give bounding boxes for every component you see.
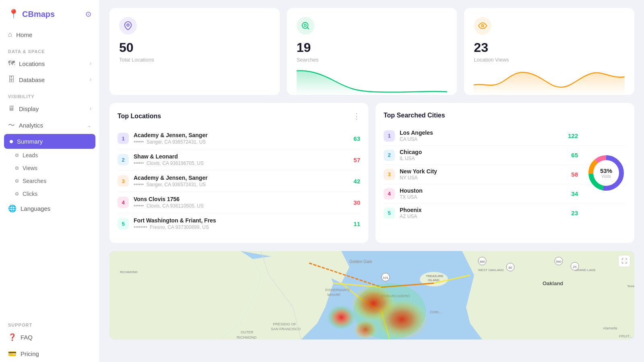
rank-badge-1: 1: [118, 133, 129, 144]
location-addr-2: •••••• Clovis, CA 936196705, US: [134, 160, 349, 166]
city-info-2: Chicago IL USA: [400, 149, 566, 161]
city-sub-1: CA USA: [400, 136, 563, 142]
sidebar-item-locations[interactable]: 🗺 Locations ›: [0, 56, 99, 72]
donut-chart: 53% Visits: [586, 153, 626, 193]
city-count-5: 23: [571, 210, 626, 216]
svg-text:TREASURE: TREASURE: [426, 274, 444, 278]
views-dot: [15, 167, 19, 170]
cities-title: Top Searched Cities: [384, 112, 445, 119]
top-locations-header: Top Locations ⋮: [118, 112, 360, 121]
top-locations-title: Top Locations: [118, 113, 161, 120]
display-icon: 🖥: [8, 105, 15, 113]
svg-point-3: [482, 25, 484, 27]
sidebar-item-languages[interactable]: 🌐 Languages: [0, 200, 99, 217]
locations-label: Locations: [19, 60, 45, 67]
leads-dot: [15, 154, 19, 157]
searches-label: Searches: [297, 57, 448, 63]
city-info-1: Los Angeles CA USA: [400, 130, 563, 142]
sidebar-item-display[interactable]: 🖥 Display ›: [0, 101, 99, 117]
clicks-dot: [15, 192, 19, 195]
sidebar-item-searches[interactable]: Searches: [0, 175, 99, 187]
city-rank-1: 1: [384, 130, 395, 142]
analytics-icon: 〜: [8, 121, 15, 130]
svg-text:WHARF: WHARF: [327, 293, 341, 297]
city-sub-3: NY USA: [400, 175, 566, 181]
city-name-1: Los Angeles: [400, 130, 563, 136]
settings-icon[interactable]: ⊙: [85, 10, 91, 19]
sidebar-item-faq[interactable]: ❓ FAQ: [0, 329, 99, 346]
location-count-4: 30: [353, 199, 360, 206]
sidebar-item-database[interactable]: 🗄 Database ›: [0, 72, 99, 88]
svg-text:FISHERMAN'S: FISHERMAN'S: [325, 288, 350, 292]
total-locations-card: 50 Total Locations: [109, 8, 280, 95]
locations-stat-icon: [119, 17, 137, 35]
main-content: 50 Total Locations 19 Searches: [100, 0, 644, 362]
analytics-arrow: ⌄: [87, 123, 91, 128]
section-data-space: DATA & SPACE: [0, 43, 99, 56]
views-chart: [474, 67, 625, 95]
sidebar-item-views[interactable]: Views: [0, 162, 99, 175]
summary-dot: [10, 140, 13, 143]
location-views-label: Location Views: [474, 57, 625, 63]
city-name-3: New York City: [400, 168, 566, 175]
database-icon: 🗄: [8, 76, 15, 84]
location-name-2: Shaw & Leonard: [134, 153, 349, 160]
map-expand-button[interactable]: ⛶: [618, 255, 630, 267]
searches-label: Searches: [23, 178, 46, 184]
top-locations-menu[interactable]: ⋮: [353, 112, 360, 121]
location-addr-5: •••••••• Fresno, CA 937300699, US: [134, 224, 349, 230]
middle-row: Top Locations ⋮ 1 Academy & Jensen, Sang…: [109, 103, 634, 243]
sidebar-item-summary[interactable]: Summary: [4, 134, 95, 149]
city-info-3: New York City NY USA: [400, 168, 566, 181]
logo-pin-icon: 📍: [8, 9, 19, 19]
analytics-label: Analytics: [19, 122, 43, 129]
location-count-3: 42: [353, 178, 360, 185]
map-card: Golden Gate FISHERMAN'S WHARF TREASURE I…: [109, 251, 634, 339]
sidebar-item-leads[interactable]: Leads: [0, 149, 99, 162]
views-stat-icon: [474, 17, 491, 35]
svg-text:101: 101: [383, 276, 388, 280]
pricing-label: Pricing: [21, 350, 39, 357]
location-views-card: 23 Location Views: [464, 8, 634, 95]
home-label: Home: [16, 31, 32, 38]
location-name-3: Academy & Jensen, Sanger: [134, 175, 349, 181]
pricing-icon: 💳: [8, 350, 17, 358]
languages-label: Languages: [21, 205, 50, 212]
location-count-1: 63: [353, 135, 360, 142]
city-rank-5: 5: [384, 208, 395, 219]
location-addr-1: •••••• Sanger, CA 936572431, US: [134, 139, 349, 145]
svg-point-43: [353, 283, 426, 339]
faq-icon: ❓: [8, 333, 17, 341]
top-locations-card: Top Locations ⋮ 1 Academy & Jensen, Sang…: [109, 103, 368, 243]
location-views-number: 23: [474, 40, 625, 55]
city-rank-3: 3: [384, 169, 395, 180]
city-sub-5: AZ USA: [400, 214, 566, 219]
clicks-label: Clicks: [23, 191, 37, 197]
locations-arrow: ›: [90, 61, 91, 66]
rank-badge-2: 2: [118, 154, 129, 165]
rank-badge-3: 3: [118, 175, 129, 187]
city-row-1: 1 Los Angeles CA USA 122: [384, 126, 626, 146]
city-sub-2: IL USA: [400, 156, 566, 161]
svg-text:Oakland: Oakland: [543, 280, 563, 286]
svg-text:24: 24: [573, 265, 577, 269]
donut-pct: 53%: [600, 167, 612, 174]
section-visibility: VISIBILITY: [0, 88, 99, 101]
top-cities-card: Top Searched Cities 53%: [376, 103, 634, 243]
locations-chart: [119, 67, 270, 95]
svg-text:580: 580: [556, 260, 561, 263]
location-row-5: 5 Fort Washington & Friant, Fres •••••••…: [118, 213, 360, 234]
svg-point-2: [304, 24, 306, 27]
sidebar-item-home[interactable]: ⌂ Home: [0, 27, 99, 43]
map-background: Golden Gate FISHERMAN'S WHARF TREASURE I…: [109, 251, 634, 339]
donut-center: 53% Visits: [600, 167, 612, 179]
display-arrow: ›: [90, 106, 91, 111]
svg-text:Alameda: Alameda: [603, 326, 617, 330]
locations-icon: 🗺: [8, 60, 15, 68]
svg-text:OUTER: OUTER: [241, 330, 254, 334]
display-label: Display: [19, 105, 39, 112]
sidebar-item-clicks[interactable]: Clicks: [0, 187, 99, 200]
sidebar-item-pricing[interactable]: 💳 Pricing: [0, 346, 99, 362]
sidebar-item-analytics[interactable]: 〜 Analytics ⌄: [0, 117, 99, 134]
app-name: CBmaps: [22, 10, 55, 19]
